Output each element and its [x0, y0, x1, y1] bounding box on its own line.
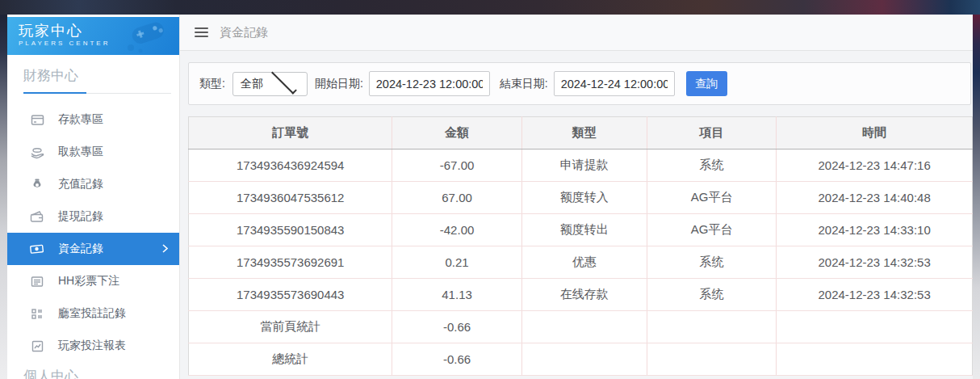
- chevron-right-icon: [162, 242, 168, 255]
- table-header-row: 訂單號 金額 類型 項目 時間: [189, 117, 973, 149]
- time-cell: 2024-12-23 14:33:10: [777, 214, 973, 246]
- summary-row-current-page: 當前頁統計 -0.66: [189, 311, 973, 343]
- withdraw-hand-icon: [30, 145, 44, 159]
- amount-cell: -42.00: [392, 214, 521, 246]
- column-header-amount: 金額: [392, 117, 521, 149]
- sidebar-item-hh-lottery[interactable]: HH彩票下注: [7, 265, 179, 297]
- order-no-cell: 1734936436924594: [189, 149, 392, 182]
- sidebar-item-label: 玩家投注報表: [58, 339, 126, 353]
- main-area: 資金記錄 類型: 全部 開始日期: 結束日期: 查詢 訂單號 金額 類型: [179, 15, 973, 379]
- sidebar-item-withdrawal-records[interactable]: 提現記錄: [7, 200, 179, 233]
- empty-cell: [521, 311, 647, 343]
- column-header-time: 時間: [777, 117, 973, 149]
- list-icon: [30, 306, 44, 321]
- type-cell: 申请提款: [521, 149, 647, 182]
- wallet-icon: [30, 209, 44, 224]
- table-row: 1734935573690443 41.13 在线存款 系统 2024-12-2…: [189, 279, 973, 311]
- time-cell: 2024-12-23 14:32:53: [777, 246, 973, 279]
- time-cell: 2024-12-23 14:40:48: [777, 182, 973, 214]
- start-date-input[interactable]: [369, 71, 490, 96]
- order-no-cell: 1734935573692691: [189, 246, 392, 279]
- type-cell: 额度转出: [521, 214, 647, 246]
- summary-amount-cell: -0.66: [392, 311, 521, 343]
- table-row: 1734935573692691 0.21 优惠 系统 2024-12-23 1…: [189, 246, 973, 279]
- order-no-cell: 1734935590150843: [189, 214, 392, 246]
- item-cell: AG平台: [647, 214, 777, 246]
- section-finance-label: 財務中心: [7, 55, 179, 92]
- amount-cell: 41.13: [392, 279, 521, 311]
- sidebar: 玩家中心 PLAYERS CENTER 財務中心: [7, 15, 179, 379]
- time-cell: 2024-12-23 14:32:53: [777, 279, 973, 311]
- sidebar-item-label: 廳室投註記錄: [58, 306, 126, 321]
- column-header-item: 項目: [647, 117, 777, 149]
- search-button[interactable]: 查詢: [686, 71, 727, 96]
- section-divider: [23, 92, 171, 94]
- empty-cell: [647, 311, 777, 343]
- sidebar-header: 玩家中心 PLAYERS CENTER: [7, 17, 179, 55]
- table-row: 1734936436924594 -67.00 申请提款 系统 2024-12-…: [189, 149, 973, 182]
- deposit-card-icon: [30, 112, 44, 127]
- page-title: 資金記錄: [220, 25, 268, 40]
- summary-amount-cell: -0.66: [392, 343, 521, 376]
- amount-cell: 0.21: [392, 246, 521, 279]
- empty-cell: [777, 343, 973, 376]
- chevron-down-icon: [271, 69, 296, 94]
- empty-cell: [777, 311, 973, 343]
- type-cell: 在线存款: [521, 279, 647, 311]
- sidebar-item-label: 取款專區: [58, 145, 103, 159]
- filter-bar: 類型: 全部 開始日期: 結束日期: 查詢: [188, 62, 971, 105]
- sidebar-item-label: 資金記錄: [58, 242, 103, 256]
- end-date-input[interactable]: [554, 71, 675, 96]
- end-date-label: 結束日期:: [500, 77, 548, 91]
- sidebar-item-label: 提現記錄: [58, 209, 103, 224]
- sidebar-menu: 存款專區 取款專區 充值記錄: [7, 103, 179, 362]
- sidebar-item-funds-records[interactable]: 資金記錄: [7, 233, 179, 265]
- item-cell: 系统: [647, 279, 777, 311]
- summary-label-cell: 當前頁統計: [189, 311, 392, 343]
- sidebar-item-label: HH彩票下注: [58, 274, 119, 288]
- banknote-icon: [30, 242, 44, 256]
- column-header-order: 訂單號: [189, 117, 392, 149]
- table-row: 1734935590150843 -42.00 额度转出 AG平台 2024-1…: [189, 214, 973, 246]
- item-cell: AG平台: [647, 182, 777, 214]
- type-select[interactable]: 全部: [232, 72, 308, 96]
- report-chart-icon: [30, 339, 44, 353]
- sidebar-item-deposit[interactable]: 存款專區: [7, 103, 179, 136]
- time-cell: 2024-12-23 14:47:16: [777, 149, 973, 182]
- type-select-value: 全部: [241, 77, 270, 91]
- type-label: 類型:: [199, 77, 225, 91]
- summary-row-total: 總統計 -0.66: [189, 343, 973, 376]
- start-date-label: 開始日期:: [315, 77, 363, 91]
- type-cell: 优惠: [521, 246, 647, 279]
- type-cell: 额度转入: [521, 182, 647, 214]
- amount-cell: 67.00: [392, 182, 521, 214]
- section-personal-label: 個人中心: [7, 362, 179, 379]
- empty-cell: [521, 343, 647, 376]
- amount-cell: -67.00: [392, 149, 521, 182]
- newspaper-icon: [30, 274, 44, 288]
- sidebar-item-label: 充值記錄: [58, 177, 103, 192]
- sidebar-item-recharge[interactable]: 充值記錄: [7, 168, 179, 200]
- summary-label-cell: 總統計: [189, 343, 392, 376]
- item-cell: 系统: [647, 246, 777, 279]
- order-no-cell: 1734936047535612: [189, 182, 392, 214]
- page: 玩家中心 PLAYERS CENTER 財務中心: [7, 15, 973, 379]
- moneybag-icon: [30, 177, 44, 192]
- table-row: 1734936047535612 67.00 额度转入 AG平台 2024-12…: [189, 182, 973, 214]
- item-cell: 系统: [647, 149, 777, 182]
- gamepad-icon: [124, 22, 171, 53]
- column-header-type: 類型: [521, 117, 647, 149]
- backdrop-right: [973, 15, 980, 379]
- sidebar-item-hall-bet-records[interactable]: 廳室投註記錄: [7, 297, 179, 330]
- order-no-cell: 1734935573690443: [189, 279, 392, 311]
- backdrop-left: [0, 15, 7, 379]
- breadcrumb-bar: 資金記錄: [180, 15, 973, 51]
- sidebar-item-label: 存款專區: [58, 112, 103, 127]
- menu-toggle-icon[interactable]: [195, 27, 208, 37]
- sidebar-item-player-bet-report[interactable]: 玩家投注報表: [7, 330, 179, 362]
- empty-cell: [647, 343, 777, 376]
- sidebar-item-withdraw[interactable]: 取款專區: [7, 136, 179, 168]
- funds-record-table: 訂單號 金額 類型 項目 時間 1734936436924594 -67.00 …: [188, 116, 973, 376]
- backdrop-top: [0, 0, 980, 15]
